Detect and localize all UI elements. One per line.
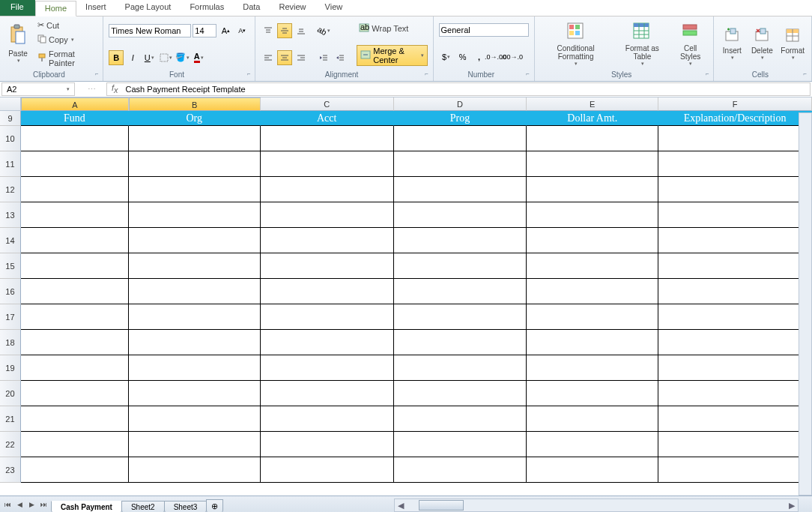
increase-font-button[interactable]: A▴ bbox=[218, 23, 233, 38]
tab-home[interactable]: Home bbox=[35, 1, 76, 16]
cell[interactable] bbox=[261, 151, 394, 177]
tab-review[interactable]: Review bbox=[270, 0, 315, 16]
cell[interactable] bbox=[129, 202, 261, 228]
format-painter-button[interactable]: Format Painter bbox=[35, 49, 97, 68]
cell[interactable] bbox=[129, 177, 261, 202]
sheet-nav-first[interactable]: ⏮ bbox=[1, 498, 13, 511]
cell[interactable] bbox=[129, 228, 261, 253]
cell[interactable] bbox=[658, 177, 812, 202]
decrease-indent-button[interactable] bbox=[316, 50, 331, 65]
cell[interactable] bbox=[527, 126, 658, 151]
fx-button[interactable]: fx bbox=[107, 83, 123, 94]
horizontal-scrollbar[interactable]: ◀▶ bbox=[394, 499, 799, 512]
merge-center-button[interactable]: Merge & Center▾ bbox=[357, 45, 427, 66]
cell[interactable] bbox=[394, 381, 527, 406]
row-head[interactable]: 13 bbox=[0, 202, 21, 228]
header-cell[interactable]: Explanation/Description bbox=[658, 111, 812, 126]
sheet-nav-next[interactable]: ▶ bbox=[25, 498, 37, 511]
cell[interactable] bbox=[21, 253, 129, 279]
row-head[interactable]: 20 bbox=[0, 381, 21, 406]
align-middle-button[interactable] bbox=[277, 23, 292, 38]
format-cells-button[interactable]: Format▾ bbox=[777, 18, 808, 70]
cell[interactable] bbox=[658, 279, 812, 304]
wrap-text-button[interactable]: abWrap Text bbox=[357, 22, 427, 34]
sheet-nav-last[interactable]: ⏭ bbox=[37, 498, 49, 511]
tab-insert[interactable]: Insert bbox=[76, 0, 116, 16]
col-head-A[interactable]: A bbox=[21, 97, 129, 111]
sheet-tab-2[interactable]: Sheet2 bbox=[121, 501, 165, 513]
cell[interactable] bbox=[21, 177, 129, 202]
cell[interactable] bbox=[129, 457, 261, 483]
cell[interactable] bbox=[129, 304, 261, 330]
new-sheet-button[interactable]: ⊕ bbox=[206, 499, 223, 513]
cell[interactable] bbox=[261, 381, 394, 406]
cell[interactable] bbox=[527, 406, 658, 432]
cell[interactable] bbox=[21, 381, 129, 406]
col-head-D[interactable]: D bbox=[394, 97, 527, 111]
cell[interactable] bbox=[527, 202, 658, 228]
row-head[interactable]: 9 bbox=[0, 111, 21, 126]
cell[interactable] bbox=[527, 279, 658, 304]
cell[interactable] bbox=[129, 381, 261, 406]
cell[interactable] bbox=[21, 151, 129, 177]
cell[interactable] bbox=[394, 355, 527, 381]
name-box[interactable]: A2▾ bbox=[1, 82, 75, 96]
increase-indent-button[interactable] bbox=[333, 50, 348, 65]
cell[interactable] bbox=[261, 304, 394, 330]
cell[interactable] bbox=[394, 177, 527, 202]
col-head-E[interactable]: E bbox=[527, 97, 658, 111]
cell[interactable] bbox=[527, 381, 658, 406]
font-name-select[interactable] bbox=[109, 24, 191, 37]
formula-input[interactable] bbox=[123, 83, 810, 95]
cell[interactable] bbox=[261, 330, 394, 355]
align-top-button[interactable] bbox=[261, 23, 276, 38]
align-bottom-button[interactable] bbox=[294, 23, 309, 38]
cell[interactable] bbox=[394, 253, 527, 279]
cell[interactable] bbox=[21, 355, 129, 381]
cell[interactable] bbox=[527, 177, 658, 202]
font-color-button[interactable]: A▾ bbox=[191, 50, 206, 65]
cell[interactable] bbox=[658, 228, 812, 253]
sheet-nav-prev[interactable]: ◀ bbox=[13, 498, 25, 511]
cell[interactable] bbox=[21, 228, 129, 253]
cell[interactable] bbox=[527, 304, 658, 330]
fill-color-button[interactable]: 🪣▾ bbox=[175, 50, 190, 65]
cell[interactable] bbox=[129, 406, 261, 432]
cell[interactable] bbox=[527, 228, 658, 253]
col-head-C[interactable]: C bbox=[261, 97, 394, 111]
tab-page-layout[interactable]: Page Layout bbox=[116, 0, 181, 16]
cell[interactable] bbox=[261, 279, 394, 304]
font-size-select[interactable] bbox=[193, 24, 216, 37]
cell[interactable] bbox=[129, 432, 261, 457]
cell[interactable] bbox=[21, 126, 129, 151]
cell[interactable] bbox=[527, 457, 658, 483]
cell[interactable] bbox=[394, 126, 527, 151]
row-head[interactable]: 19 bbox=[0, 355, 21, 381]
italic-button[interactable]: I bbox=[125, 50, 140, 65]
cell[interactable] bbox=[21, 457, 129, 483]
cell[interactable] bbox=[527, 151, 658, 177]
cell[interactable] bbox=[527, 330, 658, 355]
cell[interactable] bbox=[129, 151, 261, 177]
cell[interactable] bbox=[658, 330, 812, 355]
header-cell[interactable]: Org bbox=[129, 111, 261, 126]
col-head-F[interactable]: F bbox=[658, 97, 812, 111]
align-right-button[interactable] bbox=[294, 50, 309, 65]
insert-cells-button[interactable]: Insert▾ bbox=[717, 18, 747, 70]
cell[interactable] bbox=[129, 126, 261, 151]
cell[interactable] bbox=[21, 330, 129, 355]
cell[interactable] bbox=[261, 177, 394, 202]
cell[interactable] bbox=[21, 406, 129, 432]
row-head[interactable]: 22 bbox=[0, 432, 21, 457]
cell[interactable] bbox=[658, 126, 812, 151]
paste-button[interactable]: Paste ▾ bbox=[3, 18, 33, 70]
header-cell[interactable]: Dollar Amt. bbox=[527, 111, 658, 126]
cell[interactable] bbox=[394, 151, 527, 177]
delete-cells-button[interactable]: Delete▾ bbox=[747, 18, 777, 70]
copy-button[interactable]: Copy▾ bbox=[35, 34, 97, 46]
header-cell[interactable]: Fund bbox=[21, 111, 129, 126]
cell[interactable] bbox=[21, 432, 129, 457]
border-button[interactable]: ▾ bbox=[158, 50, 173, 65]
cell-styles-button[interactable]: Cell Styles▾ bbox=[670, 18, 710, 70]
sheet-tab-1[interactable]: Cash Payment bbox=[51, 501, 122, 513]
